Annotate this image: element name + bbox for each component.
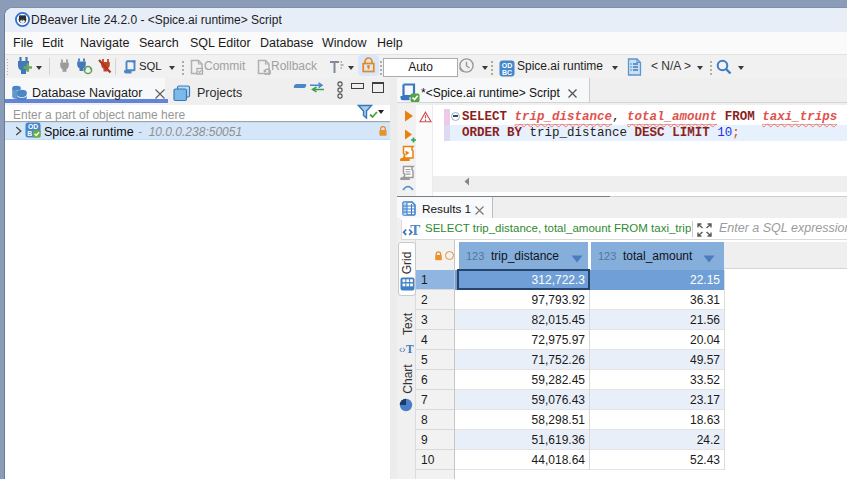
svg-text:B: B <box>27 130 32 137</box>
svg-text:BC: BC <box>502 69 512 76</box>
svg-text:T: T <box>410 222 420 238</box>
svg-text:OD: OD <box>502 62 513 69</box>
